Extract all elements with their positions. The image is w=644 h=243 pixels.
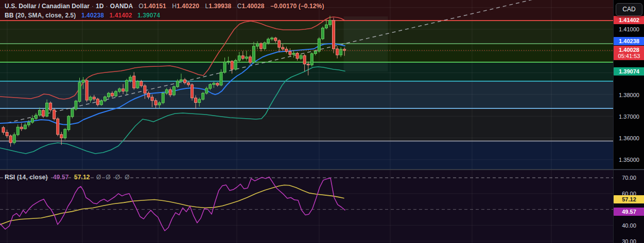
- candle-body: [103, 97, 106, 101]
- candle-body: [318, 39, 320, 51]
- timeframe-label: 1D: [96, 3, 104, 10]
- candle-body: [42, 110, 45, 116]
- bb-upper-value: 1.41402: [109, 12, 132, 19]
- candle-body: [310, 53, 313, 65]
- candle-body: [241, 56, 244, 59]
- rsi-axis-label: 40.00: [614, 222, 644, 229]
- candle-body: [191, 85, 194, 98]
- bb-name: BB: [5, 12, 14, 19]
- empty-value-icon: Ø: [106, 174, 110, 181]
- countdown-timer: 05:41:53: [614, 53, 644, 59]
- candle-body: [49, 103, 52, 110]
- candle-body: [321, 28, 324, 39]
- change-value: −0.00170 (−0.12%): [270, 3, 324, 10]
- currency-toggle-button[interactable]: CAD: [616, 3, 642, 16]
- high-label: H: [172, 3, 177, 10]
- candle-body: [9, 136, 12, 143]
- candle-body: [264, 43, 266, 48]
- candle-body: [129, 77, 132, 80]
- candle-body: [198, 99, 201, 102]
- price-zone: [0, 44, 613, 62]
- rsi-value: 49.57: [53, 174, 69, 181]
- rsi-params: (14, close): [17, 174, 48, 181]
- candle-body: [46, 103, 48, 116]
- price-axis-scale[interactable]: 1.410001.380001.370001.360001.3500070.00…: [613, 0, 644, 243]
- candle-body: [89, 97, 92, 100]
- candle-body: [151, 97, 153, 101]
- close-label: C: [237, 3, 242, 10]
- candle-body: [96, 99, 99, 105]
- candle-body: [213, 83, 215, 85]
- price-zone: [0, 108, 613, 141]
- candle-body: [271, 38, 273, 39]
- candle-body: [126, 80, 128, 91]
- rsi-indicator-legend[interactable]: RSI (14, close) 49.57 57.12 ØØØØ: [5, 173, 130, 182]
- candle-body: [53, 110, 56, 119]
- price-axis-badge: 1.40238: [614, 37, 644, 45]
- candle-body: [82, 80, 84, 82]
- candle-body: [78, 82, 81, 101]
- low-value: 1.39938: [208, 3, 231, 10]
- symbol-legend[interactable]: U.S. Dollar / Canadian Dollar·1D·OANDA O…: [5, 2, 324, 11]
- candle-body: [158, 103, 161, 105]
- main-price-pane[interactable]: [0, 0, 613, 170]
- candle-body: [314, 51, 317, 54]
- rsi-ma-value: 57.12: [74, 174, 90, 181]
- candle-body: [202, 93, 204, 99]
- candle-body: [333, 21, 335, 49]
- candle-body: [147, 93, 150, 97]
- price-axis-label: 1.35000: [614, 157, 644, 163]
- open-label: O: [138, 3, 143, 10]
- price-axis-label: 1.37000: [614, 114, 644, 120]
- candle-body: [64, 129, 66, 138]
- candle-body: [231, 61, 233, 69]
- candle-body: [274, 38, 277, 41]
- rsi-empty-values: ØØØØ: [92, 174, 130, 181]
- empty-value-icon: Ø: [115, 174, 120, 181]
- candle-body: [57, 119, 59, 134]
- candle-body: [303, 55, 306, 64]
- candle-body: [118, 89, 121, 91]
- candle-body: [340, 49, 342, 55]
- legend-separator: ·: [104, 3, 110, 10]
- candle-body: [13, 135, 15, 143]
- rsi-axis-badge: 49.57: [614, 208, 644, 216]
- candle-body: [238, 56, 240, 61]
- candle-body: [2, 127, 5, 132]
- candle-body: [172, 87, 175, 95]
- candle-body: [31, 118, 33, 122]
- empty-value-icon: Ø: [125, 174, 129, 181]
- candle-body: [300, 55, 302, 58]
- candle-body: [176, 81, 179, 87]
- bb-basis-value: 1.40238: [81, 12, 104, 19]
- candle-body: [282, 47, 284, 49]
- candle-body: [111, 93, 114, 96]
- price-zone: [0, 141, 613, 170]
- candle-body: [93, 97, 95, 99]
- price-axis-badge: 1.4002805:41:53: [614, 46, 644, 60]
- candle-body: [144, 86, 146, 93]
- close-value: 1.40028: [242, 3, 265, 10]
- candle-body: [336, 49, 339, 55]
- exchange-label: OANDA: [110, 3, 133, 10]
- candle-body: [292, 53, 295, 55]
- candle-body: [260, 44, 263, 49]
- price-axis-badge: 1.39074: [614, 67, 644, 76]
- candle-body: [165, 90, 168, 94]
- candle-body: [278, 41, 281, 47]
- symbol-title: U.S. Dollar / Canadian Dollar: [5, 3, 90, 10]
- pane-divider-handle[interactable]: [0, 169, 644, 170]
- tradingview-chart-window: U.S. Dollar / Canadian Dollar·1D·OANDA O…: [0, 0, 644, 243]
- candle-body: [205, 88, 208, 93]
- candle-body: [220, 72, 222, 85]
- bb-indicator-legend[interactable]: BB (20, SMA, close, 2.5) 1.40238 1.41402…: [5, 11, 160, 20]
- candle-body: [307, 64, 309, 65]
- rsi-axis-label: 70.00: [614, 175, 644, 181]
- candle-body: [245, 57, 248, 59]
- bb-lower-value: 1.39074: [137, 12, 160, 19]
- price-zone: [0, 21, 613, 44]
- candle-body: [16, 127, 19, 135]
- price-axis-label: 1.36000: [614, 135, 644, 141]
- candle-body: [325, 25, 327, 28]
- candle-body: [75, 101, 77, 109]
